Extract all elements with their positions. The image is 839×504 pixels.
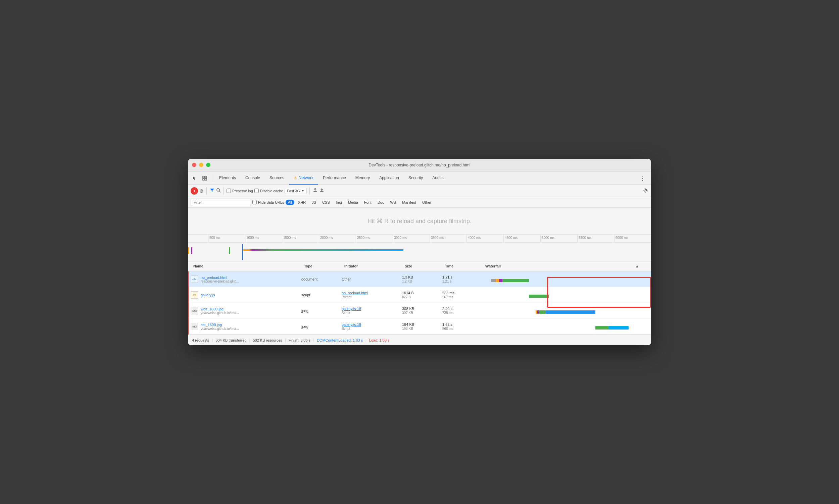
window-title: DevTools - responsive-preload.glitch.me/… [369, 163, 470, 167]
record-button[interactable]: ● [191, 187, 198, 195]
maximize-button[interactable] [206, 163, 210, 167]
status-transferred: 504 KB transferred [215, 338, 246, 342]
th-waterfall[interactable]: Waterfall ▲ [483, 264, 642, 268]
timeline-ruler: 500 ms 1000 ms 1500 ms 2000 ms 2500 ms 3… [188, 235, 651, 262]
sort-asc-icon: ▲ [635, 264, 639, 268]
td-type-2: script [299, 292, 339, 298]
file-icon-js: JS [191, 291, 198, 299]
tab-console[interactable]: Console [240, 172, 265, 184]
file-icon-img2: IMG [191, 323, 198, 330]
filter-media[interactable]: Media [346, 200, 360, 205]
wf-wait-4 [595, 326, 609, 329]
more-tools-button[interactable]: ⋮ [637, 175, 648, 182]
td-name-4: IMG cat_1600.jpg yoavweiss.github.io/ima… [188, 322, 299, 332]
status-finish: Finish: 5.86 s [289, 338, 310, 342]
import-icon[interactable] [313, 187, 318, 194]
tab-security[interactable]: Security [404, 172, 428, 184]
wf-waiting-1 [502, 279, 529, 282]
td-initiator-1: Other [339, 276, 399, 283]
waterfall-vertical-line [188, 271, 189, 335]
svg-rect-7 [320, 191, 323, 192]
tab-audits[interactable]: Audits [428, 172, 448, 184]
table-row[interactable]: </> no_preload.html responsive-preload.g… [188, 271, 651, 287]
table-row[interactable]: IMG cat_1600.jpg yoavweiss.github.io/ima… [188, 319, 651, 335]
disable-cache-label[interactable]: Disable cache [254, 188, 283, 193]
tick-5500: 5500 ms [577, 235, 614, 242]
disable-cache-checkbox[interactable] [254, 188, 259, 193]
table-row[interactable]: JS gallery.js script no_preload.html Par… [188, 287, 651, 303]
inspect-icon[interactable] [201, 174, 209, 182]
preserve-log-checkbox[interactable] [227, 188, 231, 193]
timeline-bar-purple [191, 247, 192, 254]
hide-data-urls-checkbox[interactable] [252, 200, 257, 204]
td-type-3: jpeg [299, 307, 339, 314]
throttle-select[interactable]: Fast 3G ▼ [285, 188, 307, 194]
td-initiator-2: no_preload.html Parser [339, 290, 399, 300]
fileurl-3: yoavweiss.github.io/ima... [201, 311, 239, 315]
td-type-1: document [299, 276, 339, 283]
filter-other[interactable]: Other [420, 200, 434, 205]
td-size-1: 1.3 KB 1.2 KB [399, 274, 440, 285]
export-icon[interactable] [319, 187, 324, 194]
filter-img[interactable]: Img [334, 200, 344, 205]
tab-separator [213, 175, 213, 182]
tab-network[interactable]: ⚠ Network [289, 172, 318, 184]
filter-ws[interactable]: WS [388, 200, 398, 205]
hide-data-urls-label[interactable]: Hide data URLs [252, 200, 284, 204]
table-row[interactable]: IMG wolf_1600.jpg yoavweiss.github.io/im… [188, 303, 651, 319]
tab-memory[interactable]: Memory [351, 172, 375, 184]
filter-all[interactable]: All [286, 200, 294, 205]
tab-sources[interactable]: Sources [265, 172, 289, 184]
filter-bar: Hide data URLs All XHR JS CSS Img Media … [188, 197, 651, 208]
filter-js[interactable]: JS [309, 200, 319, 205]
wf-stalled-1 [491, 279, 496, 282]
td-initiator-3: gallery.js:18 Script [339, 305, 399, 316]
svg-line-5 [219, 191, 220, 192]
wf-receive-2 [529, 294, 549, 298]
status-dom: DOMContentLoaded: 1.83 s [317, 338, 363, 342]
filmstrip-area: Hit ⌘ R to reload and capture filmstrip. [188, 208, 651, 235]
tab-elements[interactable]: Elements [214, 172, 240, 184]
tab-performance[interactable]: Performance [318, 172, 351, 184]
minimize-button[interactable] [199, 163, 203, 167]
timeline-bar-green [229, 247, 230, 254]
tab-application[interactable]: Application [375, 172, 404, 184]
td-name-3: IMG wolf_1600.jpg yoavweiss.github.io/im… [188, 306, 299, 316]
filter-icon[interactable] [210, 187, 215, 194]
td-time-3: 2.40 s 738 ms [440, 305, 480, 316]
td-time-1: 1.21 s 1.21 s [440, 274, 480, 285]
close-button[interactable] [192, 163, 196, 167]
td-size-4: 194 KB 193 KB [399, 321, 440, 332]
filmstrip-hint: Hit ⌘ R to reload and capture filmstrip. [368, 217, 471, 225]
toolbar-separator-2 [224, 187, 224, 195]
fileurl-1: responsive-preload.glitc... [201, 280, 239, 283]
filter-doc[interactable]: Doc [375, 200, 387, 205]
filename-2: gallery.js [201, 293, 215, 297]
settings-icon[interactable] [643, 187, 648, 194]
th-type: Type [301, 264, 342, 268]
svg-rect-3 [205, 179, 207, 180]
wf-wait-3 [539, 310, 546, 314]
svg-rect-6 [314, 191, 317, 192]
search-icon[interactable] [216, 188, 221, 194]
status-resources: 502 KB resources [253, 338, 282, 342]
tick-2500: 2500 ms [356, 235, 393, 242]
filter-font[interactable]: Font [362, 200, 374, 205]
filter-css[interactable]: CSS [320, 200, 332, 205]
clear-button[interactable]: ⊘ [199, 188, 204, 194]
filename-4: cat_1600.jpg [201, 323, 239, 327]
wf-connect-1 [499, 279, 502, 282]
timeline-bars [188, 242, 651, 262]
preserve-log-label[interactable]: Preserve log [227, 188, 253, 193]
cursor-icon[interactable] [191, 174, 199, 182]
tick-4000: 4000 ms [466, 235, 503, 242]
wf-receive-4 [608, 326, 628, 329]
filter-manifest[interactable]: Manifest [400, 200, 418, 205]
svg-rect-2 [203, 179, 204, 180]
network-table: Name Type Initiator Size Time Waterfall … [188, 262, 651, 335]
filter-xhr[interactable]: XHR [296, 200, 308, 205]
tick-4500: 4500 ms [503, 235, 540, 242]
filter-input[interactable] [191, 199, 251, 206]
toolbar-separator-1 [207, 187, 207, 195]
tick-1000: 1000 ms [245, 235, 282, 242]
